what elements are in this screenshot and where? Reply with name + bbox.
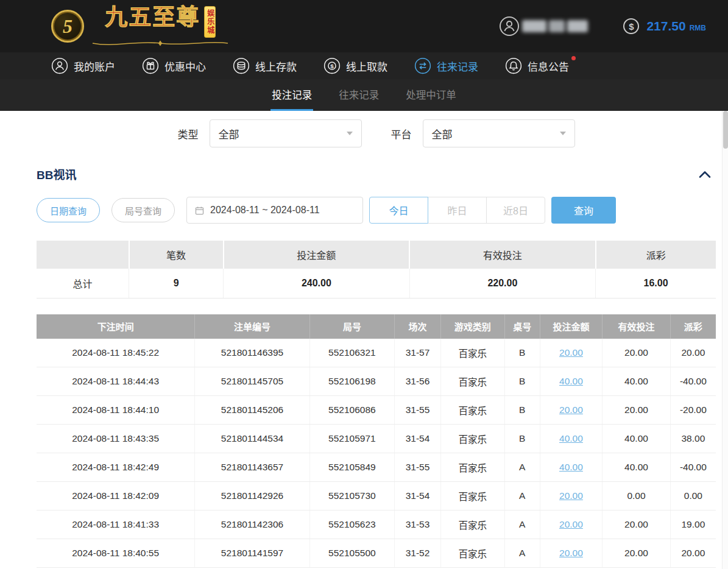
date-range-input[interactable]: 2024-08-11 ~ 2024-08-11 bbox=[186, 197, 363, 224]
bet-amount-link[interactable]: 40.00 bbox=[559, 433, 583, 444]
cell-round-id: 552106321 bbox=[309, 339, 394, 367]
cell-bet-amount: 20.00 bbox=[540, 539, 603, 568]
nav-item-transaction-records[interactable]: 往来记录 bbox=[414, 57, 478, 74]
cell-bet-time: 2024-08-11 18:42:09 bbox=[37, 482, 195, 511]
table-row: 2024-08-11 18:40:55 521801141597 5521055… bbox=[37, 539, 716, 568]
col-header-table-no: 桌号 bbox=[504, 314, 540, 339]
col-header-session: 场次 bbox=[395, 314, 441, 339]
cell-round-id: 552106198 bbox=[309, 367, 394, 396]
bet-table-body: 2024-08-11 18:45:22 521801146395 5521063… bbox=[37, 339, 716, 568]
tab-processing-orders[interactable]: 处理中订单 bbox=[405, 79, 458, 111]
cell-round-id: 552106086 bbox=[309, 396, 394, 425]
day-shortcut-group: 今日 昨日 近8日 bbox=[369, 197, 545, 224]
page-scrollbar[interactable] bbox=[722, 111, 728, 569]
cell-bet-time: 2024-08-11 18:42:49 bbox=[37, 453, 195, 482]
table-row: 2024-08-11 18:44:10 521801145206 5521060… bbox=[37, 396, 716, 425]
col-header-payout: 派彩 bbox=[670, 314, 716, 339]
nav-item-deposit[interactable]: 线上存款 bbox=[233, 57, 297, 74]
cell-session: 31-54 bbox=[395, 425, 441, 453]
cell-round-id: 552105971 bbox=[309, 425, 394, 453]
cell-bet-amount: 40.00 bbox=[540, 425, 603, 453]
nav-item-promotions[interactable]: 优惠中心 bbox=[142, 57, 206, 74]
cell-table-no: A bbox=[504, 453, 540, 482]
cell-bet-id: 521801146395 bbox=[195, 339, 309, 367]
col-header-bet-amount: 投注金额 bbox=[540, 314, 603, 339]
cell-valid-bet: 40.00 bbox=[603, 453, 671, 482]
nav-label: 线上存款 bbox=[255, 58, 297, 74]
cell-payout: 0.00 bbox=[670, 482, 716, 511]
query-controls: 日期查询 局号查询 2024-08-11 ~ 2024-08-11 今日 昨日 … bbox=[37, 197, 716, 224]
summary-header-payout: 派彩 bbox=[596, 241, 716, 269]
cell-game-type: 百家乐 bbox=[440, 539, 504, 568]
cell-bet-id: 521801145705 bbox=[195, 367, 309, 396]
svg-text:$: $ bbox=[330, 63, 334, 69]
gift-icon bbox=[142, 57, 159, 74]
collapse-section-button[interactable] bbox=[699, 170, 716, 178]
cell-payout: 19.00 bbox=[670, 511, 716, 539]
bet-amount-link[interactable]: 20.00 bbox=[559, 490, 583, 501]
scrollbar-thumb[interactable] bbox=[723, 111, 728, 149]
cell-bet-time: 2024-08-11 18:41:33 bbox=[37, 511, 195, 539]
type-select[interactable]: 全部 bbox=[210, 119, 362, 147]
today-button[interactable]: 今日 bbox=[369, 197, 428, 224]
nav-label: 我的账户 bbox=[74, 58, 115, 74]
tab-bet-records[interactable]: 投注记录 bbox=[270, 79, 313, 111]
search-button[interactable]: 查询 bbox=[551, 197, 616, 224]
cell-session: 31-52 bbox=[395, 539, 441, 568]
platform-filter-group: 平台 全部 bbox=[391, 119, 575, 147]
summary-total-payout: 16.00 bbox=[596, 269, 716, 298]
cell-table-no: A bbox=[504, 482, 540, 511]
bet-amount-link[interactable]: 20.00 bbox=[559, 548, 583, 558]
brand-emblem-icon: 5 bbox=[51, 10, 84, 43]
cell-session: 31-55 bbox=[395, 453, 441, 482]
bet-amount-link[interactable]: 20.00 bbox=[559, 405, 583, 415]
avatar-icon[interactable] bbox=[499, 16, 520, 37]
nav-item-announcements[interactable]: 信息公告 bbox=[505, 57, 569, 74]
deposit-coins-icon bbox=[233, 57, 250, 74]
cell-bet-time: 2024-08-11 18:44:10 bbox=[37, 396, 195, 425]
col-header-bet-id: 注单编号 bbox=[195, 314, 309, 339]
section-header: BB视讯 bbox=[37, 166, 716, 182]
notification-dot bbox=[571, 56, 576, 60]
brand-logo[interactable]: 5 九五至尊 娱乐城 bbox=[51, 6, 230, 47]
cell-table-no: B bbox=[504, 425, 540, 453]
table-row: 2024-08-11 18:42:49 521801143657 5521058… bbox=[37, 453, 716, 482]
nav-item-withdraw[interactable]: $ 线上取款 bbox=[323, 57, 387, 74]
chevron-down-icon bbox=[560, 132, 566, 135]
platform-select[interactable]: 全部 bbox=[423, 119, 575, 147]
bet-amount-link[interactable]: 20.00 bbox=[559, 519, 583, 529]
cell-payout: 20.00 bbox=[670, 539, 716, 568]
yesterday-button[interactable]: 昨日 bbox=[428, 197, 487, 224]
nav-label: 往来记录 bbox=[437, 58, 478, 74]
platform-label: 平台 bbox=[391, 126, 412, 141]
round-query-button[interactable]: 局号查询 bbox=[111, 198, 175, 222]
cell-session: 31-57 bbox=[395, 339, 441, 367]
summary-total-row: 总计 9 240.00 220.00 16.00 bbox=[37, 269, 716, 298]
last8days-button[interactable]: 近8日 bbox=[486, 197, 545, 224]
cell-round-id: 552105849 bbox=[309, 453, 394, 482]
tab-transaction-records[interactable]: 往来记录 bbox=[337, 79, 380, 111]
cell-bet-id: 521801143657 bbox=[195, 453, 309, 482]
nav-item-my-account[interactable]: 我的账户 bbox=[51, 57, 115, 74]
bet-amount-link[interactable]: 40.00 bbox=[559, 376, 583, 386]
cell-game-type: 百家乐 bbox=[440, 396, 504, 425]
summary-total-bet-amount: 240.00 bbox=[224, 269, 410, 298]
bet-amount-link[interactable]: 20.00 bbox=[559, 347, 583, 358]
summary-total-label: 总计 bbox=[37, 269, 129, 298]
cell-bet-id: 521801142306 bbox=[195, 511, 309, 539]
summary-total-valid-bet: 220.00 bbox=[409, 269, 596, 298]
cell-game-type: 百家乐 bbox=[440, 425, 504, 453]
date-query-button[interactable]: 日期查询 bbox=[37, 198, 100, 222]
cell-table-no: B bbox=[504, 367, 540, 396]
username-redacted bbox=[522, 20, 588, 32]
cell-table-no: B bbox=[504, 396, 540, 425]
cell-table-no: A bbox=[504, 539, 540, 568]
table-row: 2024-08-11 18:42:09 521801142926 5521057… bbox=[37, 482, 716, 511]
bet-amount-link[interactable]: 40.00 bbox=[559, 462, 583, 472]
top-header: 5 九五至尊 娱乐城 $ 217.50 RMB bbox=[0, 0, 728, 52]
platform-select-value: 全部 bbox=[432, 126, 453, 141]
nav-label: 线上取款 bbox=[346, 58, 387, 74]
cell-bet-id: 521801142926 bbox=[195, 482, 309, 511]
cell-round-id: 552105623 bbox=[309, 511, 394, 539]
cell-table-no: B bbox=[504, 339, 540, 367]
